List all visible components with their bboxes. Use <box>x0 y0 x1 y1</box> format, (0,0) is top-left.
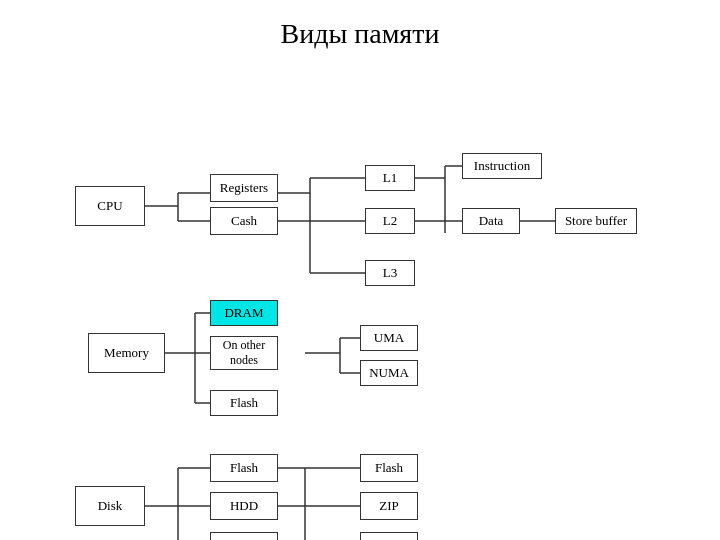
disk-box: Disk <box>75 486 145 526</box>
uma-box: UMA <box>360 325 418 351</box>
on-other-nodes-box: On other nodes <box>210 336 278 370</box>
hdd-box: HDD <box>210 492 278 520</box>
cpu-box: CPU <box>75 186 145 226</box>
instruction-box: Instruction <box>462 153 542 179</box>
dram-box: DRAM <box>210 300 278 326</box>
numa-box: NUMA <box>360 360 418 386</box>
dots-box: ….. <box>360 532 418 540</box>
flash2-box: Flash <box>360 454 418 482</box>
l3-box: L3 <box>365 260 415 286</box>
l2-box: L2 <box>365 208 415 234</box>
page-title: Виды памяти <box>0 0 720 58</box>
l1-box: L1 <box>365 165 415 191</box>
network-box: Network <box>210 532 278 540</box>
store-buffer-box: Store buffer <box>555 208 637 234</box>
zip-box: ZIP <box>360 492 418 520</box>
registers-box: Registers <box>210 174 278 202</box>
data-box: Data <box>462 208 520 234</box>
cash-box: Cash <box>210 207 278 235</box>
flash-mem-box: Flash <box>210 390 278 416</box>
memory-box: Memory <box>88 333 165 373</box>
flash-disk-box: Flash <box>210 454 278 482</box>
